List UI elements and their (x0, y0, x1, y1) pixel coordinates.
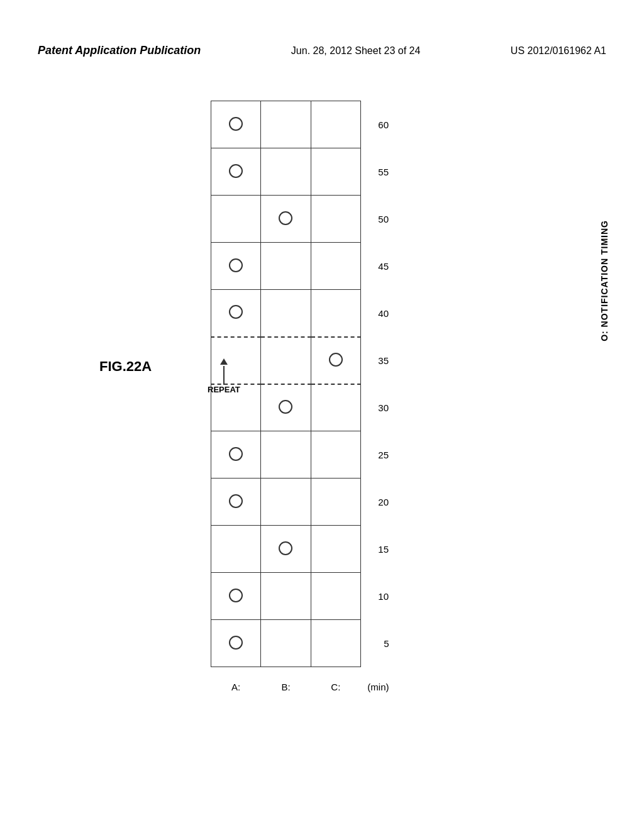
circle-icon (279, 211, 292, 225)
circle-icon (229, 164, 243, 178)
circle-icon (329, 353, 343, 367)
cell-a (211, 526, 261, 573)
chart-container: 60555045403530252015105 A: B: C: (min) (186, 101, 425, 692)
col-header-b: B: (261, 667, 311, 692)
table-row: 20 (211, 479, 393, 526)
circle-icon (229, 258, 243, 272)
page-header: Patent Application Publication Jun. 28, … (0, 44, 644, 57)
cell-a (211, 196, 261, 243)
cell-time: 15 (360, 526, 392, 573)
circle-icon (229, 589, 243, 602)
cell-a (211, 243, 261, 290)
table-row: 10 (211, 573, 393, 620)
cell-c (311, 243, 360, 290)
cell-b (261, 196, 311, 243)
circle-icon (229, 636, 243, 650)
cell-b (261, 384, 311, 431)
cell-b (261, 479, 311, 526)
cell-a (211, 101, 261, 148)
cell-b (261, 148, 311, 196)
cell-c (311, 337, 360, 384)
table-row: 35 (211, 337, 393, 384)
cell-c (311, 101, 360, 148)
cell-time: 60 (360, 101, 392, 148)
col-header-a: A: (211, 667, 261, 692)
col-header-c: C: (311, 667, 360, 692)
cell-c (311, 431, 360, 479)
data-table: 60555045403530252015105 A: B: C: (min) (211, 101, 393, 692)
cell-c (311, 620, 360, 667)
circle-icon (279, 541, 292, 555)
cell-a (211, 337, 261, 384)
cell-time: 50 (360, 196, 392, 243)
table-row: 50 (211, 196, 393, 243)
cell-a (211, 148, 261, 196)
table-row: 30 (211, 384, 393, 431)
cell-time: 20 (360, 479, 392, 526)
cell-a (211, 290, 261, 337)
circle-icon (229, 117, 243, 131)
cell-b (261, 431, 311, 479)
cell-a (211, 431, 261, 479)
circle-icon (229, 305, 243, 319)
cell-b (261, 337, 311, 384)
cell-time: 45 (360, 243, 392, 290)
cell-c (311, 384, 360, 431)
cell-b (261, 526, 311, 573)
cell-time: 30 (360, 384, 392, 431)
table-header-row: A: B: C: (min) (211, 667, 393, 692)
cell-c (311, 148, 360, 196)
cell-time: 25 (360, 431, 392, 479)
table-row: 15 (211, 526, 393, 573)
publication-label: Patent Application Publication (38, 44, 201, 57)
circle-icon (229, 494, 243, 508)
cell-a (211, 573, 261, 620)
table-row: 55 (211, 148, 393, 196)
publication-date: Jun. 28, 2012 Sheet 23 of 24 (291, 45, 421, 57)
table-row: 40 (211, 290, 393, 337)
patent-number: US 2012/0161962 A1 (511, 45, 606, 57)
notification-timing-text: O: NOTIFICATION TIMING (599, 220, 609, 341)
cell-time: 35 (360, 337, 392, 384)
cell-time: 5 (360, 620, 392, 667)
cell-c (311, 479, 360, 526)
cell-a (211, 384, 261, 431)
cell-c (311, 290, 360, 337)
circle-icon (229, 447, 243, 461)
cell-time: 55 (360, 148, 392, 196)
cell-b (261, 243, 311, 290)
table-row: 25 (211, 431, 393, 479)
circle-icon (279, 400, 292, 414)
cell-c (311, 526, 360, 573)
cell-time: 40 (360, 290, 392, 337)
cell-a (211, 620, 261, 667)
cell-b (261, 573, 311, 620)
table-row: 5 (211, 620, 393, 667)
cell-time: 10 (360, 573, 392, 620)
cell-a (211, 479, 261, 526)
figure-label: FIG.22A (99, 358, 152, 375)
cell-c (311, 573, 360, 620)
notification-timing-label: O: NOTIFICATION TIMING (599, 220, 609, 341)
cell-b (261, 620, 311, 667)
table-row: 60 (211, 101, 393, 148)
cell-b (261, 290, 311, 337)
cell-c (311, 196, 360, 243)
cell-b (261, 101, 311, 148)
col-header-time: (min) (360, 667, 392, 692)
table-row: 45 (211, 243, 393, 290)
